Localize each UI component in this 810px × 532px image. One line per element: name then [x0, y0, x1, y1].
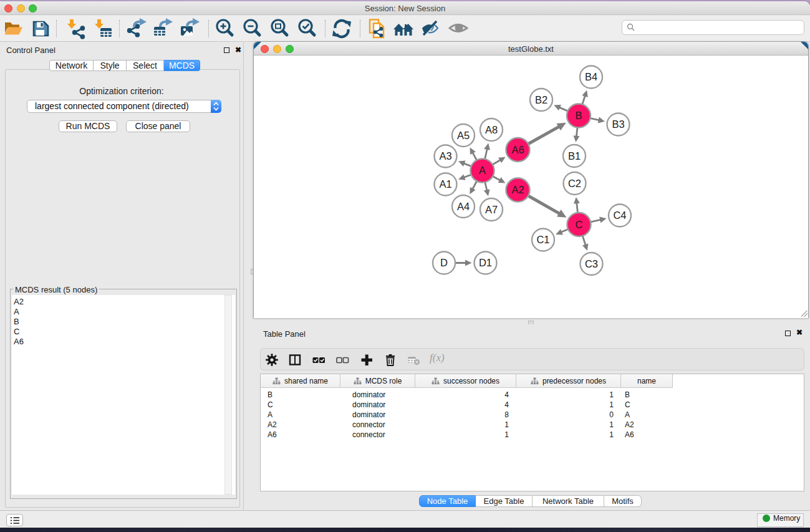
svg-text:A2: A2	[511, 184, 524, 195]
svg-text:C4: C4	[613, 210, 626, 221]
svg-text:B1: B1	[568, 150, 581, 162]
svg-text:B4: B4	[585, 71, 597, 82]
svg-text:C3: C3	[585, 258, 598, 269]
svg-text:C2: C2	[568, 178, 581, 189]
svg-text:C1: C1	[536, 234, 549, 245]
svg-text:A7: A7	[485, 204, 498, 215]
svg-text:B: B	[575, 110, 582, 121]
svg-text:D1: D1	[479, 257, 492, 268]
svg-text:A5: A5	[457, 130, 470, 141]
svg-text:A6: A6	[511, 144, 524, 155]
svg-text:A3: A3	[439, 150, 451, 162]
svg-text:D: D	[440, 257, 448, 268]
svg-text:A1: A1	[439, 178, 451, 190]
svg-text:C: C	[576, 219, 583, 230]
svg-text:A4: A4	[457, 201, 470, 212]
svg-text:B3: B3	[612, 118, 624, 130]
svg-text:A: A	[479, 165, 486, 176]
svg-text:B2: B2	[535, 94, 547, 105]
svg-text:A8: A8	[485, 124, 498, 135]
